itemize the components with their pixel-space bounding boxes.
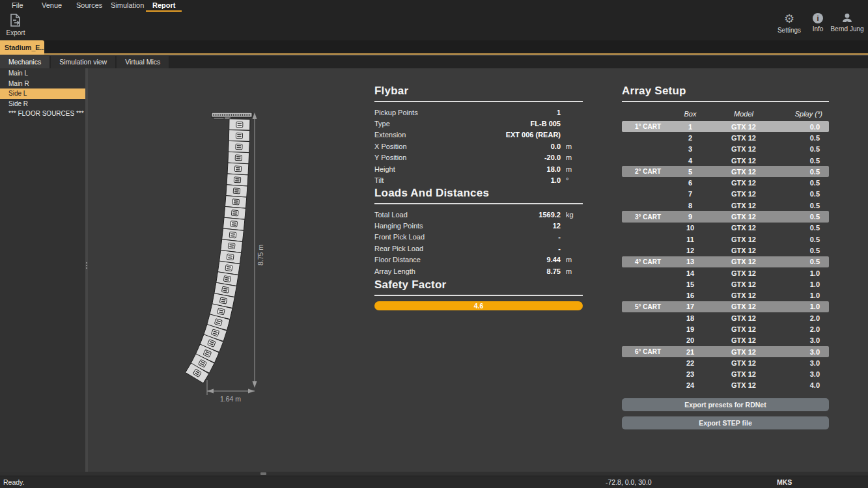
table-row[interactable]: 3° CART9GTX 120.5: [622, 211, 829, 222]
box-cell: 7: [674, 190, 707, 198]
table-row[interactable]: 1° CART1GTX 120.0: [622, 121, 829, 132]
table-row[interactable]: 4GTX 120.5: [622, 155, 829, 166]
sidebar-item-side-r[interactable]: Side R: [0, 99, 85, 109]
cart-cell: 6° CART: [622, 348, 674, 355]
gear-icon: ⚙: [784, 13, 794, 25]
vertical-splitter[interactable]: [85, 68, 88, 472]
model-cell: GTX 12: [707, 236, 781, 243]
cursor-coordinates: -72.8, 0.0, 30.0: [606, 478, 652, 486]
property-unit: kg: [566, 211, 583, 219]
table-row[interactable]: 2GTX 120.5: [622, 132, 829, 143]
splay-cell: 3.0: [781, 359, 829, 367]
box-handle-icon: [228, 243, 235, 249]
array-table-body: 1° CART1GTX 120.02GTX 120.53GTX 120.54GT…: [622, 121, 829, 391]
table-row[interactable]: 23GTX 123.0: [622, 369, 829, 380]
menu-item-sources[interactable]: Sources: [76, 1, 102, 9]
table-row[interactable]: 22GTX 123.0: [622, 357, 829, 368]
table-row[interactable]: 12GTX 120.5: [622, 245, 829, 256]
top-toolbar: FileVenueSourcesSimulationReport Export …: [0, 0, 868, 40]
export-buttons: Export presets for RDNet Export STEP fil…: [622, 398, 829, 429]
sidebar-item-main-r[interactable]: Main R: [0, 79, 85, 89]
table-row[interactable]: 11GTX 120.5: [622, 234, 829, 245]
column-header: Box: [674, 110, 707, 118]
splay-cell: 0.5: [781, 247, 829, 254]
menu-item-report[interactable]: Report: [152, 1, 175, 9]
speaker-box: [229, 119, 250, 131]
property-row: Y Position-20.0m: [374, 152, 583, 163]
sidebar-item-side-l[interactable]: Side L: [0, 88, 85, 99]
safety-section: Safety Factor 4.6: [374, 278, 583, 310]
table-row[interactable]: 19GTX 122.0: [622, 323, 829, 334]
menu-item-venue[interactable]: Venue: [42, 1, 62, 9]
menu-item-file[interactable]: File: [12, 1, 23, 9]
box-cell: 11: [674, 236, 707, 243]
model-cell: GTX 12: [707, 134, 781, 142]
table-row[interactable]: 15GTX 121.0: [622, 278, 829, 290]
table-row[interactable]: 6° CART21GTX 123.0: [622, 346, 829, 357]
info-button[interactable]: i Info: [807, 13, 828, 33]
property-value: 1569.2: [539, 211, 561, 219]
export-step-button[interactable]: Export STEP file: [622, 416, 829, 429]
property-row: TypeFL-B 005: [374, 118, 583, 129]
table-row[interactable]: 2° CART5GTX 120.5: [622, 166, 829, 177]
project-tab[interactable]: Stadium_E...: [0, 40, 44, 55]
view-tab-simulation-view[interactable]: Simulation view: [51, 56, 115, 68]
property-row: ExtensionEXT 006 (REAR): [374, 129, 583, 141]
table-row[interactable]: 5° CART17GTX 121.0: [622, 301, 829, 312]
settings-button[interactable]: ⚙ Settings: [775, 13, 804, 34]
table-row[interactable]: 18GTX 122.0: [622, 312, 829, 323]
table-row[interactable]: 16GTX 121.0: [622, 290, 829, 301]
speaker-box: [228, 152, 249, 163]
box-cell: 19: [674, 325, 707, 333]
model-cell: GTX 12: [707, 348, 781, 356]
export-button[interactable]: Export: [1, 13, 30, 36]
model-cell: GTX 12: [707, 168, 781, 176]
table-row[interactable]: 3GTX 120.5: [622, 144, 829, 155]
user-account-button[interactable]: Bernd Jung: [828, 13, 866, 33]
table-row[interactable]: 14GTX 121.0: [622, 267, 829, 278]
table-row[interactable]: 7GTX 120.5: [622, 189, 829, 200]
box-handle-icon: [234, 166, 241, 172]
property-label: Floor Distance: [374, 256, 547, 264]
model-cell: GTX 12: [707, 280, 781, 288]
array-setup-title: Array Setup: [622, 85, 829, 102]
property-value: 12: [553, 222, 561, 230]
view-tab-virtual-mics[interactable]: Virtual Mics: [117, 56, 169, 68]
cart-cell: 3° CART: [622, 213, 674, 221]
sidebar-item-floor-sources[interactable]: *** FLOOR SOURCES ***: [0, 109, 85, 119]
table-row[interactable]: 4° CART13GTX 120.5: [622, 256, 829, 267]
box-handle-icon: [225, 265, 232, 271]
property-value: 1: [557, 109, 561, 116]
box-cell: 23: [674, 370, 707, 378]
property-value: -: [558, 233, 561, 241]
speaker-box: [226, 185, 247, 197]
property-row: Front Pick Load-: [374, 232, 583, 243]
menu-item-simulation[interactable]: Simulation: [111, 1, 144, 9]
array-table-header: BoxModelSplay (°): [622, 107, 829, 121]
property-row: Total Load1569.2kg: [374, 209, 583, 220]
property-unit: m: [566, 165, 583, 173]
sidebar-item-main-l[interactable]: Main L: [0, 68, 85, 79]
property-value: -20.0: [544, 154, 561, 161]
project-tab-bar: Stadium_E...: [0, 40, 868, 55]
splay-cell: 2.0: [781, 325, 829, 333]
box-cell: 4: [674, 157, 707, 165]
property-row: Tilt1.0°: [374, 174, 583, 185]
export-rdnet-button[interactable]: Export presets for RDNet: [622, 398, 829, 411]
table-row[interactable]: 8GTX 120.5: [622, 200, 829, 211]
table-row[interactable]: 24GTX 124.0: [622, 380, 829, 391]
user-icon: [841, 13, 853, 23]
view-tab-mechanics[interactable]: Mechanics: [0, 56, 49, 68]
safety-section-title: Safety Factor: [374, 278, 583, 296]
loads-section: Loads And Distances Total Load1569.2kgHa…: [374, 187, 583, 277]
box-cell: 24: [674, 381, 707, 389]
splay-cell: 1.0: [781, 291, 829, 299]
horizontal-splitter-grip-icon[interactable]: [260, 472, 266, 475]
model-cell: GTX 12: [707, 381, 781, 389]
splay-cell: 0.5: [781, 134, 829, 142]
table-row[interactable]: 6GTX 120.5: [622, 177, 829, 188]
table-row[interactable]: 20GTX 123.0: [622, 335, 829, 346]
table-row[interactable]: 10GTX 120.5: [622, 223, 829, 234]
splitter-grip-icon: [86, 262, 87, 264]
property-value: 18.0: [547, 165, 561, 173]
